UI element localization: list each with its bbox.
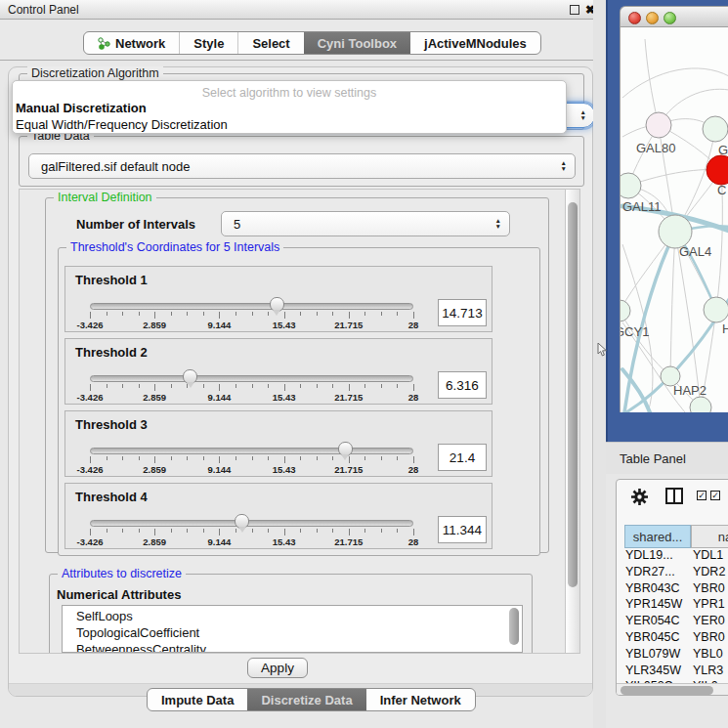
close-traffic-light-icon[interactable] (628, 12, 641, 24)
tick-mark (187, 384, 188, 388)
threshold-value-field[interactable]: 14.713 (438, 299, 487, 326)
node-label: H (722, 321, 728, 336)
threshold-slider-thumb[interactable] (183, 369, 197, 384)
network-node[interactable] (690, 397, 711, 412)
node-label: C (717, 183, 726, 197)
interval-definition-title: Interval Definition (54, 191, 156, 204)
tick-mark (364, 312, 365, 316)
thresholds-group: Threshold's Coordinates for 5 Intervals … (58, 247, 540, 556)
split-columns-icon[interactable] (665, 488, 683, 504)
number-of-intervals-combobox[interactable]: 5 ▲▼ (221, 211, 510, 236)
gear-icon[interactable] (630, 488, 649, 506)
node-label: GAL4 (679, 244, 711, 259)
numerical-attributes-label: Numerical Attributes (57, 587, 181, 602)
threshold-slider-thumb[interactable] (270, 297, 284, 312)
tick-mark (90, 384, 91, 391)
threshold-value-field[interactable]: 6.316 (438, 371, 487, 399)
algorithm-popup-placeholder: Select algorithm to view settings (13, 86, 566, 100)
tick-mark (107, 312, 107, 316)
menu-item-equal-width-frequency-discretization[interactable]: Equal Width/Frequency Discretization (16, 117, 228, 132)
tick-label: 28 (408, 464, 419, 475)
network-node[interactable] (621, 300, 630, 321)
column-header-name[interactable]: na (691, 525, 728, 548)
cell-name: YER0 (693, 614, 725, 627)
discretization-group-title: Discretization Algorithm (27, 66, 163, 80)
settings-vertical-scrollbar[interactable] (565, 190, 579, 653)
cyni-toolbox-panel: Discretization Algorithm ▲▼ Table Data g… (8, 66, 593, 697)
attributes-list-scrollbar[interactable] (509, 608, 520, 652)
scrollbar-thumb[interactable] (568, 202, 578, 587)
tab-select[interactable]: Select (237, 32, 303, 54)
threshold-slider-track[interactable] (90, 375, 413, 382)
apply-button[interactable]: Apply (247, 658, 308, 678)
scrollbar-thumb[interactable] (509, 608, 519, 645)
network-view-canvas[interactable]: GAL80GALCGAL11GAL4GCY1HHAP2 (620, 27, 728, 412)
network-icon (98, 36, 110, 50)
tick-mark (413, 529, 414, 535)
panel-divider[interactable] (593, 0, 606, 728)
network-node[interactable] (659, 215, 692, 248)
scrollbar-thumb[interactable] (621, 686, 713, 695)
threshold-slider-track[interactable] (90, 448, 413, 454)
cell-name: YDL1 (693, 548, 723, 562)
table-row[interactable]: YBR043CYBR0 (617, 581, 728, 598)
tick-label: 15.43 (273, 464, 296, 475)
tab-cyni-toolbox[interactable]: Cyni Toolbox (304, 32, 410, 54)
tick-mark (236, 456, 236, 460)
combo-arrows-icon: ▲▼ (495, 218, 501, 230)
tab-network[interactable]: Network (84, 32, 179, 54)
network-node[interactable] (646, 112, 671, 138)
bottom-tab-discretize-data[interactable]: Discretize Data (247, 689, 365, 710)
network-node[interactable] (703, 116, 728, 142)
slider-ticks (90, 529, 413, 536)
table-data-combobox[interactable]: galFiltered.sif default node ▲▼ (28, 153, 576, 179)
table-row[interactable]: YLR345WYLR3 (617, 664, 728, 680)
threshold-slider-thumb[interactable] (235, 514, 249, 529)
tick-mark (332, 384, 333, 388)
threshold-value-field[interactable]: 11.344 (438, 516, 487, 543)
network-window-titlebar[interactable] (620, 6, 728, 27)
tick-mark (139, 384, 140, 388)
checkbox-icon[interactable]: ✓ (710, 491, 720, 500)
menu-item-manual-discretization[interactable]: Manual Discretization (16, 101, 147, 115)
float-window-icon[interactable] (570, 5, 579, 15)
tab-jactivemnodules[interactable]: jActiveMNodules (410, 32, 540, 54)
threshold-slider-track[interactable] (90, 520, 413, 527)
bottom-tabs: Impute DataDiscretize DataInfer Network (147, 688, 476, 711)
attributes-group-title: Attributes to discretize (58, 567, 186, 580)
thresholds-group-title: Threshold's Coordinates for 5 Intervals (66, 240, 283, 254)
table-row[interactable]: YPR145WYPR1 (617, 597, 728, 614)
threshold-slider-track[interactable] (90, 303, 413, 310)
tab-style[interactable]: Style (179, 32, 237, 54)
tick-label: 21.715 (334, 392, 363, 403)
numerical-attributes-list[interactable]: SelfLoopsTopologicalCoefficientBetweenne… (62, 605, 523, 653)
bottom-tab-impute-data[interactable]: Impute Data (148, 689, 247, 710)
bottom-tab-infer-network[interactable]: Infer Network (366, 689, 475, 710)
tick-mark (364, 384, 365, 388)
threshold-slider-thumb[interactable] (338, 442, 353, 456)
list-item[interactable]: SelfLoops (76, 609, 133, 623)
tick-mark (171, 384, 172, 388)
threshold-panel: Threshold 3-3.4262.8599.14415.4321.71528… (64, 410, 492, 477)
tick-mark (413, 312, 414, 319)
tick-mark (203, 384, 204, 388)
column-header-shared-name[interactable]: shared... (624, 525, 691, 548)
list-item[interactable]: TopologicalCoefficient (76, 625, 199, 640)
table-row[interactable]: YBL079WYBL0 (617, 647, 728, 664)
list-item[interactable]: BetweennessCentrality (76, 642, 206, 653)
zoom-traffic-light-icon[interactable] (664, 12, 676, 24)
minimize-traffic-light-icon[interactable] (646, 12, 659, 24)
table-row[interactable]: YER054CYER0 (617, 614, 728, 630)
table-horizontal-scrollbar[interactable] (617, 683, 728, 696)
threshold-value-field[interactable]: 21.4 (438, 444, 487, 471)
network-node[interactable] (704, 297, 728, 322)
slider-ticks (90, 312, 413, 320)
table-row[interactable]: YDL19...YDL1 (617, 548, 728, 565)
network-node[interactable] (621, 173, 641, 198)
tick-mark (236, 529, 236, 533)
table-row[interactable]: YDR27...YDR2 (617, 565, 728, 581)
table-row[interactable]: YBR045CYBR0 (617, 630, 728, 647)
network-node[interactable] (707, 155, 728, 185)
checkbox-icon[interactable]: ✓ (697, 491, 707, 500)
table-header-row: shared...na (617, 525, 728, 548)
